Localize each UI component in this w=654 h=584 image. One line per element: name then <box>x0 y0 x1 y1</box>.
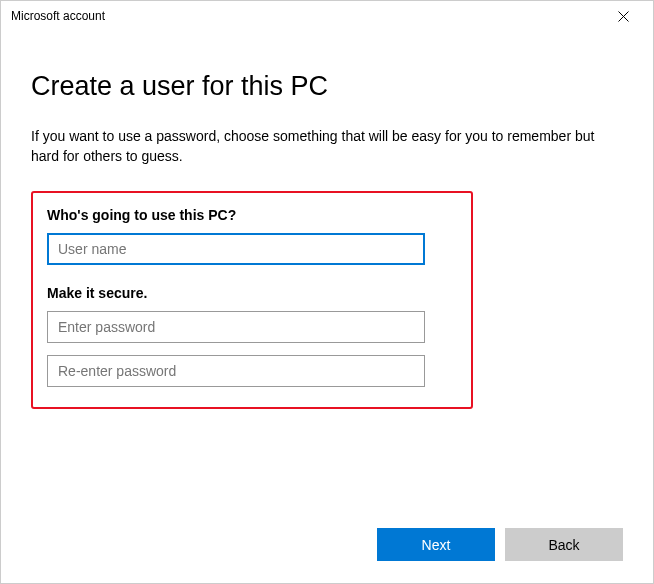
next-button[interactable]: Next <box>377 528 495 561</box>
username-section-label: Who's going to use this PC? <box>47 207 457 223</box>
form-highlight-box: Who's going to use this PC? Make it secu… <box>31 191 473 409</box>
footer-buttons: Next Back <box>1 528 653 583</box>
content-area: Create a user for this PC If you want to… <box>1 31 653 528</box>
close-icon <box>618 11 629 22</box>
close-button[interactable] <box>603 2 643 30</box>
back-button[interactable]: Back <box>505 528 623 561</box>
confirm-password-input[interactable] <box>47 355 425 387</box>
dialog-window: Microsoft account Create a user for this… <box>0 0 654 584</box>
username-input[interactable] <box>47 233 425 265</box>
password-section-label: Make it secure. <box>47 285 457 301</box>
window-title: Microsoft account <box>11 9 105 23</box>
password-input[interactable] <box>47 311 425 343</box>
titlebar: Microsoft account <box>1 1 653 31</box>
page-subtext: If you want to use a password, choose so… <box>31 126 623 167</box>
page-heading: Create a user for this PC <box>31 71 623 102</box>
